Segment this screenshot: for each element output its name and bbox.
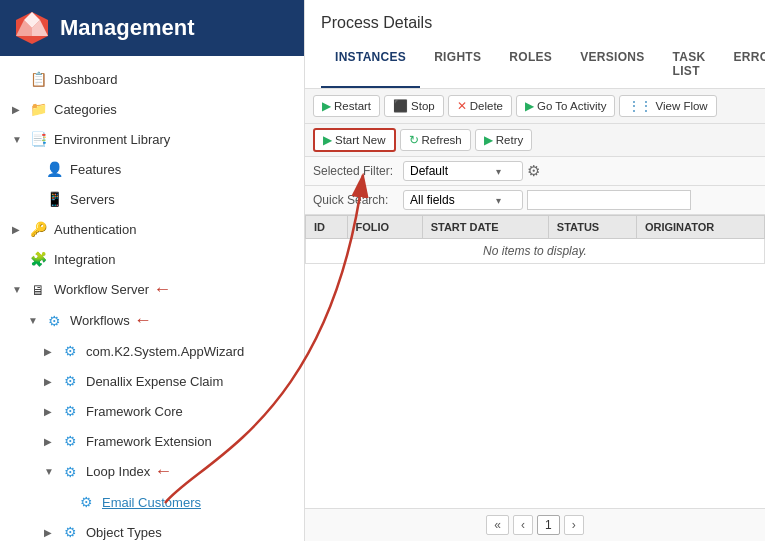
com-k2-icon: ⚙ xyxy=(60,341,80,361)
sidebar: Management 📋 Dashboard ▶ 📁 Categories ▼ … xyxy=(0,0,305,541)
workflow-server-icon: 🖥 xyxy=(28,280,48,300)
expand-arrow: ▶ xyxy=(44,406,56,417)
sidebar-item-framework-core[interactable]: ▶ ⚙ Framework Core xyxy=(0,396,304,426)
tab-rights[interactable]: RIGHTS xyxy=(420,42,495,88)
prev-page-button[interactable]: ‹ xyxy=(513,515,533,535)
quick-search-input[interactable] xyxy=(527,190,691,210)
sidebar-nav: 📋 Dashboard ▶ 📁 Categories ▼ 📑 Environme… xyxy=(0,56,304,541)
sidebar-item-integration[interactable]: 🧩 Integration xyxy=(0,244,304,274)
restart-icon: ▶ xyxy=(322,99,331,113)
view-flow-button[interactable]: ⋮⋮ View Flow xyxy=(619,95,716,117)
framework-core-icon: ⚙ xyxy=(60,401,80,421)
sidebar-item-email-customers[interactable]: ⚙ Email Customers xyxy=(0,487,304,517)
delete-icon: ✕ xyxy=(457,99,467,113)
sidebar-item-dashboard[interactable]: 📋 Dashboard xyxy=(0,64,304,94)
tab-instances[interactable]: INSTANCES xyxy=(321,42,420,88)
sidebar-item-workflow-server[interactable]: ▼ 🖥 Workflow Server ← xyxy=(0,274,304,305)
sidebar-item-com-k2[interactable]: ▶ ⚙ com.K2.System.AppWizard xyxy=(0,336,304,366)
sidebar-item-label: Denallix Expense Claim xyxy=(86,374,223,389)
expand-arrow: ▼ xyxy=(44,466,56,477)
sidebar-item-label: Servers xyxy=(70,192,115,207)
expand-arrow: ▶ xyxy=(44,527,56,538)
denallix-icon: ⚙ xyxy=(60,371,80,391)
tab-versions[interactable]: VERSIONS xyxy=(566,42,658,88)
loop-index-icon: ⚙ xyxy=(60,462,80,482)
sidebar-item-features[interactable]: 👤 Features xyxy=(0,154,304,184)
restart-label: Restart xyxy=(334,100,371,112)
sidebar-item-denallix[interactable]: ▶ ⚙ Denallix Expense Claim xyxy=(0,366,304,396)
selected-filter-select[interactable]: Default xyxy=(403,161,523,181)
sidebar-item-label: Workflows xyxy=(70,313,130,328)
restart-button[interactable]: ▶ Restart xyxy=(313,95,380,117)
selected-filter-label: Selected Filter: xyxy=(313,164,403,178)
col-id: ID xyxy=(306,216,348,239)
tabs-container: INSTANCES RIGHTS ROLES VERSIONS TASK LIS… xyxy=(321,42,749,88)
expand-placeholder xyxy=(12,74,24,85)
col-originator: ORIGINATOR xyxy=(636,216,764,239)
refresh-button[interactable]: ↻ Refresh xyxy=(400,129,471,151)
expand-arrow: ▼ xyxy=(12,134,24,145)
sidebar-item-label: Features xyxy=(70,162,121,177)
sidebar-title: Management xyxy=(60,15,194,41)
categories-icon: 📁 xyxy=(28,99,48,119)
first-page-button[interactable]: « xyxy=(486,515,509,535)
annotation-arrow-workflows: ← xyxy=(134,310,152,331)
sidebar-item-authentication[interactable]: ▶ 🔑 Authentication xyxy=(0,214,304,244)
features-icon: 👤 xyxy=(44,159,64,179)
dashboard-icon: 📋 xyxy=(28,69,48,89)
expand-placeholder xyxy=(28,164,40,175)
email-customers-icon: ⚙ xyxy=(76,492,96,512)
refresh-label: Refresh xyxy=(422,134,462,146)
environment-library-icon: 📑 xyxy=(28,129,48,149)
sidebar-item-label[interactable]: Email Customers xyxy=(102,495,201,510)
quick-search-select[interactable]: All fields xyxy=(403,190,523,210)
sidebar-item-label: Categories xyxy=(54,102,117,117)
expand-placeholder xyxy=(12,254,24,265)
main-content: Process Details INSTANCES RIGHTS ROLES V… xyxy=(305,0,765,541)
app-logo-icon xyxy=(14,10,50,46)
stop-icon: ⬛ xyxy=(393,99,408,113)
quick-search-wrapper: All fields xyxy=(403,190,523,210)
stop-label: Stop xyxy=(411,100,435,112)
start-new-button[interactable]: ▶ Start New xyxy=(313,128,396,152)
tab-errors[interactable]: ERRORS xyxy=(720,42,765,88)
retry-icon: ▶ xyxy=(484,133,493,147)
current-page: 1 xyxy=(537,515,560,535)
view-flow-icon: ⋮⋮ xyxy=(628,99,652,113)
sidebar-item-categories[interactable]: ▶ 📁 Categories xyxy=(0,94,304,124)
pagination: « ‹ 1 › xyxy=(305,508,765,541)
sidebar-item-object-types[interactable]: ▶ ⚙ Object Types xyxy=(0,517,304,541)
expand-arrow: ▶ xyxy=(12,224,24,235)
next-page-button[interactable]: › xyxy=(564,515,584,535)
delete-button[interactable]: ✕ Delete xyxy=(448,95,512,117)
sidebar-item-environment-library[interactable]: ▼ 📑 Environment Library xyxy=(0,124,304,154)
filter-settings-button[interactable]: ⚙ xyxy=(523,162,544,180)
framework-ext-icon: ⚙ xyxy=(60,431,80,451)
expand-arrow: ▶ xyxy=(44,346,56,357)
stop-button[interactable]: ⬛ Stop xyxy=(384,95,444,117)
workflows-icon: ⚙ xyxy=(44,311,64,331)
object-types-icon: ⚙ xyxy=(60,522,80,541)
tab-roles[interactable]: ROLES xyxy=(495,42,566,88)
sidebar-item-label: Integration xyxy=(54,252,115,267)
instances-table: ID FOLIO START DATE STATUS ORIGINATOR No… xyxy=(305,215,765,264)
refresh-icon: ↻ xyxy=(409,133,419,147)
integration-icon: 🧩 xyxy=(28,249,48,269)
toolbar-row2: ▶ Start New ↻ Refresh ▶ Retry xyxy=(305,124,765,157)
go-to-activity-button[interactable]: ▶ Go To Activity xyxy=(516,95,615,117)
no-items-message: No items to display. xyxy=(306,239,765,264)
sidebar-item-loop-index[interactable]: ▼ ⚙ Loop Index ← xyxy=(0,456,304,487)
sidebar-item-label: Framework Extension xyxy=(86,434,212,449)
delete-label: Delete xyxy=(470,100,503,112)
expand-placeholder xyxy=(28,194,40,205)
sidebar-item-workflows[interactable]: ▼ ⚙ Workflows ← xyxy=(0,305,304,336)
sidebar-item-servers[interactable]: 📱 Servers xyxy=(0,184,304,214)
sidebar-item-framework-ext[interactable]: ▶ ⚙ Framework Extension xyxy=(0,426,304,456)
sidebar-item-label: Framework Core xyxy=(86,404,183,419)
go-to-activity-icon: ▶ xyxy=(525,99,534,113)
tab-task-list[interactable]: TASK LIST xyxy=(659,42,720,88)
retry-button[interactable]: ▶ Retry xyxy=(475,129,532,151)
table-container: ID FOLIO START DATE STATUS ORIGINATOR No… xyxy=(305,215,765,508)
quick-search-label: Quick Search: xyxy=(313,193,403,207)
expand-arrow: ▶ xyxy=(44,376,56,387)
